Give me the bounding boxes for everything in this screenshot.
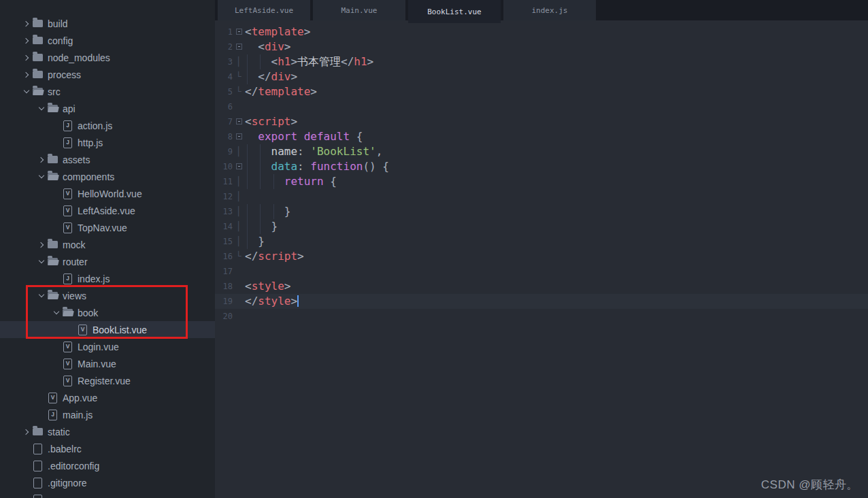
tree-item-action.js[interactable]: action.js: [0, 117, 215, 134]
js-file-icon: [63, 137, 72, 148]
code-line-4[interactable]: 4└ </div>: [215, 69, 868, 84]
chevron-down-icon[interactable]: [35, 291, 48, 301]
tree-item-book[interactable]: book: [0, 304, 215, 321]
tree-item-clipped[interactable]: [0, 491, 215, 498]
line-number: 2: [215, 42, 233, 52]
chevron-right-icon[interactable]: [35, 240, 48, 250]
line-number: 18: [215, 282, 233, 291]
tab-LeftAside.vue[interactable]: LeftAside.vue: [218, 0, 310, 20]
tree-item-label: book: [78, 308, 98, 318]
code-area[interactable]: 1<template>2 <div>3│ <h1>书本管理</h1>4└ </d…: [215, 20, 868, 324]
code-line-18[interactable]: 18<style>: [215, 279, 868, 294]
chevron-right-icon[interactable]: [20, 36, 33, 46]
tree-item-label: config: [48, 35, 73, 46]
code-line-10[interactable]: 10 data: function() {: [215, 159, 868, 174]
tree-item-.gitignore[interactable]: .gitignore: [0, 474, 215, 491]
tab-index.js[interactable]: index.js: [503, 0, 596, 20]
code-line-14[interactable]: 14│ }: [215, 219, 868, 234]
tree-item-assets[interactable]: assets: [0, 151, 215, 168]
fold-guide: │: [233, 204, 245, 219]
tree-item-label: .babelrc: [48, 444, 82, 454]
code-line-11[interactable]: 11│ return {: [215, 174, 868, 189]
tree-item-.babelrc[interactable]: .babelrc: [0, 440, 215, 457]
code-line-7[interactable]: 7<script>: [215, 114, 868, 129]
tree-item-label: action.js: [78, 120, 112, 131]
indent-guide: [260, 204, 261, 219]
code-line-2[interactable]: 2 <div>: [215, 39, 868, 54]
tree-item-Main.vue[interactable]: Main.vue: [0, 355, 215, 372]
indent-guide: [260, 219, 261, 234]
chevron-right-icon[interactable]: [20, 19, 33, 29]
tree-item-label: build: [48, 18, 68, 29]
tree-item-.editorconfig[interactable]: .editorconfig: [0, 457, 215, 474]
tree-item-build[interactable]: build: [0, 15, 215, 32]
tree-item-mock[interactable]: mock: [0, 236, 215, 253]
tree-item-src[interactable]: src: [0, 83, 215, 100]
line-number: 4: [215, 72, 233, 82]
chevron-right-icon[interactable]: [20, 427, 33, 437]
tree-item-http.js[interactable]: http.js: [0, 134, 215, 151]
tree-item-index.js[interactable]: index.js: [0, 270, 215, 287]
line-number: 6: [215, 102, 233, 112]
tree-item-HelloWorld.vue[interactable]: HelloWorld.vue: [0, 185, 215, 202]
tree-item-config[interactable]: config: [0, 32, 215, 49]
fold-guide: │: [233, 234, 245, 249]
tree-item-components[interactable]: components: [0, 168, 215, 185]
code-line-8[interactable]: 8 export default {: [215, 129, 868, 144]
tree-item-BookList.vue[interactable]: BookList.vue: [0, 321, 215, 338]
fold-guide: │: [233, 189, 245, 204]
chevron-spacer: [50, 138, 63, 148]
folder-icon: [48, 105, 58, 112]
indent-guide: [273, 174, 274, 189]
line-number: 14: [215, 222, 233, 231]
tree-item-Register.vue[interactable]: Register.vue: [0, 372, 215, 389]
code-line-3[interactable]: 3│ <h1>书本管理</h1>: [215, 54, 868, 69]
tab-BookList.vue[interactable]: BookList.vue: [408, 0, 501, 23]
code-line-5[interactable]: 5└</template>: [215, 84, 868, 99]
code-line-17[interactable]: 17: [215, 264, 868, 279]
tree-item-views[interactable]: views: [0, 287, 215, 304]
fold-toggle-icon[interactable]: [233, 159, 245, 174]
fold-toggle-icon[interactable]: [233, 129, 245, 144]
tree-item-static[interactable]: static: [0, 423, 215, 440]
vue-file-icon: [63, 342, 72, 352]
tree-item-TopNav.vue[interactable]: TopNav.vue: [0, 219, 215, 236]
tree-item-label: node_modules: [48, 52, 110, 63]
folder-icon: [33, 37, 43, 44]
file-file-icon: [33, 478, 42, 488]
chevron-spacer: [20, 495, 33, 498]
code-line-1[interactable]: 1<template>: [215, 24, 868, 39]
fold-toggle-icon[interactable]: [233, 24, 245, 39]
chevron-down-icon[interactable]: [50, 308, 63, 318]
tree-item-App.vue[interactable]: App.vue: [0, 389, 215, 406]
chevron-right-icon[interactable]: [35, 155, 48, 165]
code-line-15[interactable]: 15│ }: [215, 234, 868, 249]
indent-guide: [247, 144, 248, 159]
tree-item-api[interactable]: api: [0, 100, 215, 117]
code-line-9[interactable]: 9│ name: 'BookList',: [215, 144, 868, 159]
chevron-down-icon[interactable]: [35, 257, 48, 267]
tree-item-process[interactable]: process: [0, 66, 215, 83]
chevron-down-icon[interactable]: [35, 172, 48, 182]
fold-toggle-icon[interactable]: [233, 114, 245, 129]
code-line-19[interactable]: 19</style>: [215, 294, 868, 309]
chevron-right-icon[interactable]: [20, 70, 33, 80]
chevron-right-icon[interactable]: [20, 53, 33, 63]
code-line-12[interactable]: 12│: [215, 189, 868, 204]
tree-item-Login.vue[interactable]: Login.vue: [0, 338, 215, 355]
line-number: 13: [215, 207, 233, 216]
indent-guide: [260, 159, 261, 174]
chevron-down-icon[interactable]: [35, 104, 48, 114]
tree-item-node_modules[interactable]: node_modules: [0, 49, 215, 66]
code-line-13[interactable]: 13│ }: [215, 204, 868, 219]
tree-item-router[interactable]: router: [0, 253, 215, 270]
chevron-down-icon[interactable]: [20, 87, 33, 97]
code-line-20[interactable]: 20: [215, 309, 868, 324]
tree-item-main.js[interactable]: main.js: [0, 406, 215, 423]
tree-item-LeftAside.vue[interactable]: LeftAside.vue: [0, 202, 215, 219]
fold-toggle-icon[interactable]: [233, 39, 245, 54]
tab-Main.vue[interactable]: Main.vue: [313, 0, 405, 20]
code-line-16[interactable]: 16└</script>: [215, 249, 868, 264]
code-line-6[interactable]: 6: [215, 99, 868, 114]
vue-file-icon: [63, 205, 72, 216]
